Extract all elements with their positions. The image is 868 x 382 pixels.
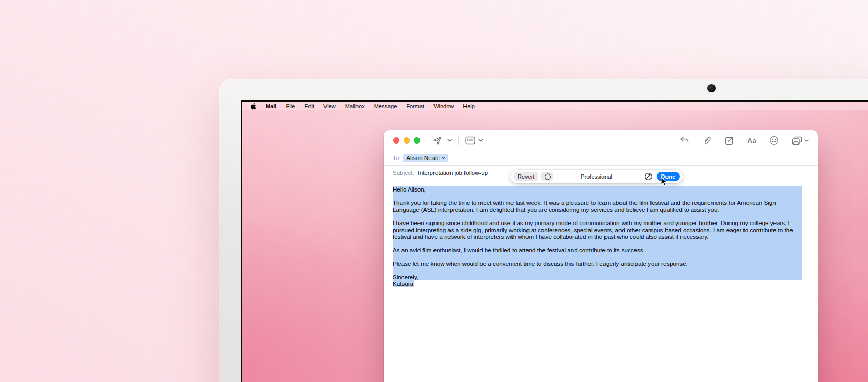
menu-mailbox[interactable]: Mailbox	[345, 103, 365, 109]
chevron-down-icon[interactable]	[804, 139, 809, 142]
header-fields-icon[interactable]	[465, 136, 475, 145]
emoji-icon[interactable]	[769, 136, 779, 145]
minimize-button[interactable]	[404, 137, 410, 144]
subject-label: Subject:	[393, 170, 414, 176]
to-label: To:	[393, 155, 400, 161]
menu-file[interactable]: File	[286, 103, 295, 109]
format-icon[interactable]: Aa	[747, 137, 756, 145]
toolbar-divider	[458, 136, 459, 145]
done-button[interactable]: Done	[657, 172, 680, 181]
menu-help[interactable]: Help	[463, 103, 475, 109]
camera-icon	[707, 84, 716, 92]
compose-window: Aa To: Alison Neale	[384, 130, 818, 382]
menu-edit[interactable]: Edit	[304, 103, 314, 109]
menu-message[interactable]: Message	[374, 103, 397, 109]
send-icon[interactable]	[432, 136, 442, 146]
writing-tools-bar: Revert Professional Done	[510, 170, 683, 183]
writing-tools-summary-icon[interactable]	[541, 172, 553, 181]
recipient-name: Alison Neale	[406, 155, 440, 161]
revert-button[interactable]: Revert	[514, 172, 538, 181]
compose-toolbar: Aa	[384, 130, 818, 151]
body-paragraph: As an avid film enthusiast, I would be t…	[393, 247, 802, 253]
chevron-down-icon	[442, 157, 445, 160]
toolbar-right-icons: Aa	[679, 136, 809, 146]
attach-icon[interactable]	[702, 136, 712, 146]
retry-icon[interactable]	[644, 172, 653, 181]
subject-value[interactable]: Interpretation job follow-up	[418, 170, 488, 176]
body-paragraph: Hello Alison,	[393, 186, 802, 193]
undo-icon[interactable]	[679, 136, 689, 145]
menu-mail[interactable]: Mail	[266, 103, 276, 109]
menu-window[interactable]: Window	[433, 103, 454, 109]
body-paragraph: Sincerely,	[393, 274, 802, 280]
photo-browser-group[interactable]	[792, 136, 809, 145]
marketing-scene: Mail File Edit View Mailbox Message Form…	[0, 0, 868, 382]
mouse-cursor-icon	[661, 177, 668, 189]
close-button[interactable]	[393, 137, 399, 144]
selected-text-block: Hello Alison, Thank you for taking the t…	[393, 186, 802, 280]
chevron-down-icon[interactable]	[447, 139, 452, 142]
traffic-lights	[393, 137, 420, 144]
photo-browser-icon[interactable]	[792, 136, 802, 145]
apple-menu-icon[interactable]	[250, 103, 256, 110]
body-paragraph: I have been signing since childhood and …	[393, 219, 802, 240]
message-body-editor[interactable]: Hello Alison, Thank you for taking the t…	[384, 180, 818, 287]
menu-format[interactable]: Format	[406, 103, 424, 109]
body-paragraph: Thank you for taking the time to meet wi…	[393, 199, 802, 213]
zoom-button[interactable]	[414, 137, 420, 144]
menu-bar: Mail File Edit View Mailbox Message Form…	[242, 102, 868, 110]
body-paragraph: Please let me know when would be a conve…	[393, 260, 802, 267]
signature-name: Katsura	[393, 280, 414, 287]
markup-icon[interactable]	[725, 136, 734, 145]
to-row[interactable]: To: Alison Neale	[384, 151, 818, 165]
menu-view[interactable]: View	[323, 103, 336, 109]
chevron-down-icon[interactable]	[478, 139, 483, 142]
recipient-pill[interactable]: Alison Neale	[403, 154, 448, 162]
